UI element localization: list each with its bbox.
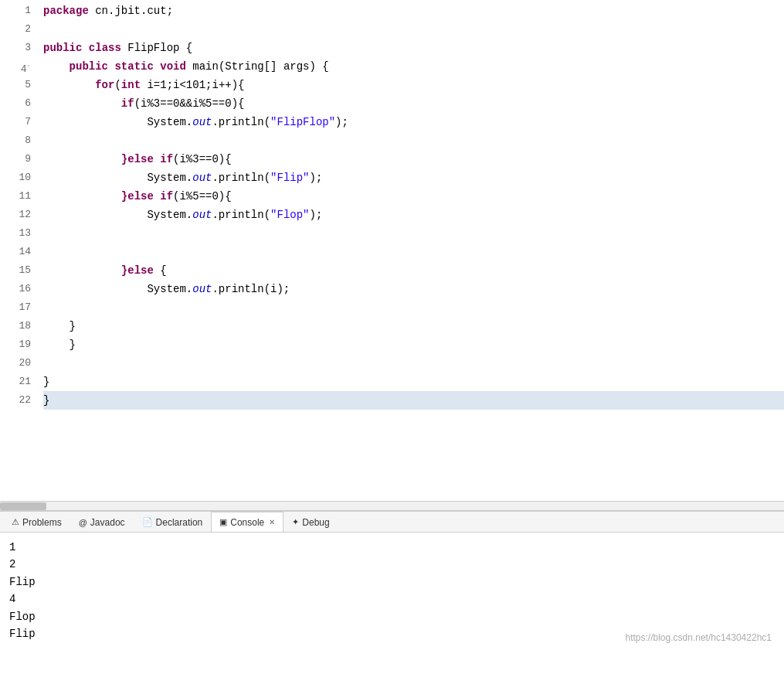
debug-tab-label: Debug: [302, 517, 329, 528]
code-line-1: package cn.jbit.cut;: [43, 2, 784, 20]
console-output: 12Flip4FlopFliphttps://blog.csdn.net/hc1…: [0, 533, 784, 652]
code-line-19: }: [43, 335, 784, 354]
javadoc-tab-label: Javadoc: [90, 517, 125, 528]
line-number-15: 15: [9, 261, 31, 280]
code-line-21: }: [43, 373, 784, 391]
line-number-13: 13: [9, 224, 31, 243]
code-line-14: [43, 243, 784, 261]
problems-tab-icon: ⚠: [12, 517, 19, 527]
line-number-4: 4◦: [9, 57, 31, 76]
line-number-12: 12: [9, 206, 31, 224]
line-number-10: 10: [9, 168, 31, 187]
line-numbers: 1234◦5678910111213141516171819202122: [6, 0, 37, 501]
code-line-22: }: [43, 391, 784, 410]
code-line-10: System.out.println("Flip");: [43, 168, 784, 187]
line-number-6: 6: [9, 94, 31, 113]
line-number-5: 5: [9, 76, 31, 94]
code-line-7: System.out.println("FlipFlop");: [43, 113, 784, 131]
code-line-15: }else {: [43, 261, 784, 280]
tabs-bar: ⚠Problems@Javadoc📄Declaration▣Console✕✦D…: [0, 511, 784, 533]
line-number-21: 21: [9, 373, 31, 391]
console-tab-icon: ▣: [219, 517, 227, 527]
code-line-11: }else if(i%5==0){: [43, 187, 784, 206]
javadoc-tab-icon: @: [79, 518, 87, 527]
line-number-20: 20: [9, 354, 31, 373]
code-line-20: [43, 354, 784, 373]
problems-tab-label: Problems: [22, 517, 62, 528]
line-number-14: 14: [9, 243, 31, 261]
editor-scrollbar[interactable]: [0, 501, 784, 510]
console-tab-label: Console: [230, 517, 264, 528]
line-number-1: 1: [9, 2, 31, 20]
declaration-tab-icon: 📄: [142, 517, 153, 527]
line-number-22: 22: [9, 391, 31, 410]
console-line: Flip: [9, 574, 775, 591]
code-line-16: System.out.println(i);: [43, 280, 784, 298]
console-line: 2: [9, 556, 775, 573]
tab-declaration[interactable]: 📄Declaration: [134, 512, 212, 532]
code-line-17: [43, 298, 784, 317]
line-number-8: 8: [9, 131, 31, 150]
code-line-5: for(int i=1;i<101;i++){: [43, 76, 784, 94]
line-number-7: 7: [9, 113, 31, 131]
code-line-8: [43, 131, 784, 150]
line-number-17: 17: [9, 298, 31, 317]
code-line-18: }: [43, 317, 784, 335]
line-number-18: 18: [9, 317, 31, 335]
code-line-13: [43, 224, 784, 243]
scrollbar-thumb[interactable]: [0, 502, 46, 510]
line-number-16: 16: [9, 280, 31, 298]
console-line: 1: [9, 539, 775, 556]
tab-javadoc[interactable]: @Javadoc: [70, 512, 134, 532]
line-number-9: 9: [9, 150, 31, 168]
tab-debug[interactable]: ✦Debug: [283, 512, 338, 532]
code-editor: 1234◦5678910111213141516171819202122 pac…: [0, 0, 784, 501]
declaration-tab-label: Declaration: [156, 517, 203, 528]
tab-problems[interactable]: ⚠Problems: [3, 512, 70, 532]
line-number-11: 11: [9, 187, 31, 206]
line-number-19: 19: [9, 335, 31, 354]
code-line-9: }else if(i%3==0){: [43, 150, 784, 168]
tab-console[interactable]: ▣Console✕: [211, 512, 283, 532]
line-number-2: 2: [9, 20, 31, 39]
console-line: 4: [9, 591, 775, 608]
code-line-3: public class FlipFlop {: [43, 39, 784, 57]
debug-tab-icon: ✦: [292, 517, 299, 527]
code-lines[interactable]: package cn.jbit.cut; public class FlipFl…: [37, 0, 784, 501]
code-line-2: [43, 20, 784, 39]
code-line-6: if(i%3==0&&i%5==0){: [43, 94, 784, 113]
console-line: Flop: [9, 608, 775, 625]
code-line-12: System.out.println("Flop");: [43, 206, 784, 224]
breakpoint-gutter: [0, 0, 6, 501]
line-number-3: 3: [9, 39, 31, 57]
bottom-section: ⚠Problems@Javadoc📄Declaration▣Console✕✦D…: [0, 510, 784, 652]
code-line-4: public static void main(String[] args) {: [43, 57, 784, 76]
console-tab-close[interactable]: ✕: [269, 518, 275, 526]
watermark: https://blog.csdn.net/hc1430422hc1: [626, 632, 772, 643]
